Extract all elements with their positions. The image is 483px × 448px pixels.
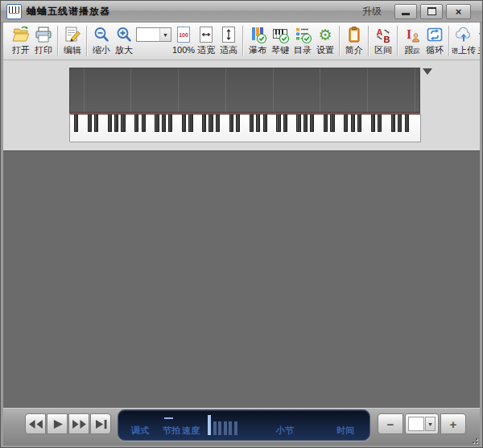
toolbar-button-print[interactable]: 打印 — [32, 24, 55, 55]
toolbar-separator — [57, 26, 59, 56]
black-key[interactable] — [155, 114, 159, 132]
toolbar-button-waterfall[interactable]: 瀑布 — [246, 24, 269, 55]
toolbar-button-settings[interactable]: ⚙ 设置 — [314, 24, 336, 55]
black-key[interactable] — [182, 114, 186, 132]
black-key[interactable] — [344, 114, 348, 132]
decrease-button[interactable]: − — [378, 413, 403, 434]
edit-pencil-icon — [63, 24, 82, 45]
toolbar-button-ab-range[interactable]: AB 区间 — [372, 24, 394, 55]
black-key[interactable] — [108, 114, 112, 132]
black-key[interactable] — [202, 114, 206, 132]
toolbar-button-zoom-in[interactable]: 放大 — [113, 24, 135, 55]
upgrade-link[interactable]: 升级 — [362, 5, 382, 18]
open-folder-icon — [11, 24, 31, 45]
black-key[interactable] — [296, 114, 300, 132]
gear-icon: ⚙ — [318, 24, 332, 45]
svg-text:100: 100 — [179, 32, 188, 38]
black-key[interactable] — [405, 114, 409, 132]
toolbar-button-intro[interactable]: 简介 — [343, 24, 365, 55]
black-key[interactable] — [74, 114, 78, 132]
value-field — [408, 417, 424, 431]
chevron-down-icon: ▼ — [159, 28, 171, 41]
cursor-follow-icon: I — [402, 24, 422, 45]
black-key[interactable] — [398, 114, 402, 132]
skip-to-end-icon — [93, 419, 109, 430]
skip-to-end-button[interactable] — [90, 413, 111, 434]
black-key[interactable] — [94, 114, 98, 132]
black-key[interactable] — [114, 114, 118, 132]
measure-label: 小节 — [276, 425, 294, 437]
black-key[interactable] — [121, 114, 125, 132]
toolbar-button-open[interactable]: 打开 — [10, 24, 32, 55]
black-key[interactable] — [371, 114, 375, 132]
black-key[interactable] — [162, 114, 166, 132]
toolbar-button-fit-width[interactable]: 适宽 — [195, 24, 217, 55]
toolbar-button-edit[interactable]: 编辑 — [61, 24, 84, 55]
title-bar[interactable]: 蛐蛐五线谱播放器 升级 × — [1, 1, 482, 23]
keyboard-options-arrow-icon[interactable] — [423, 68, 432, 75]
close-icon: × — [456, 6, 462, 17]
black-key[interactable] — [351, 114, 355, 132]
fit-height-icon — [219, 24, 238, 45]
black-key[interactable] — [276, 114, 280, 132]
meter-bars — [208, 415, 237, 435]
toolbar: 打开 打印 编辑 缩小 放大 — [3, 23, 480, 60]
black-key[interactable] — [188, 114, 192, 132]
keyboard-zone — [3, 60, 480, 150]
black-key[interactable] — [391, 114, 395, 132]
meter-bar — [224, 421, 227, 435]
rewind-button[interactable] — [25, 413, 46, 434]
black-key[interactable] — [142, 114, 146, 132]
value-select[interactable]: ▼ — [405, 413, 439, 434]
zoom-level-select[interactable]: ▼ — [136, 27, 171, 42]
white-key[interactable] — [414, 114, 421, 142]
toolbar-button-catalog[interactable]: 目录 — [291, 24, 314, 55]
piano-keyboard[interactable] — [69, 68, 420, 142]
fit-width-icon — [196, 24, 216, 45]
toolbar-button-loop[interactable]: 循环 — [423, 24, 446, 55]
black-key[interactable] — [303, 114, 308, 132]
toolbar-separator — [397, 26, 398, 56]
black-key[interactable] — [378, 114, 382, 132]
toolbar-button-follow[interactable]: I 跟踪 — [401, 24, 423, 56]
toolbar-button-upload[interactable]: 谱上传 — [452, 24, 475, 56]
minimize-button[interactable] — [394, 4, 417, 19]
toolbar-button-piano-keys[interactable]: 琴键 — [269, 24, 291, 55]
black-key[interactable] — [263, 114, 267, 132]
play-button[interactable] — [47, 413, 68, 434]
black-key[interactable] — [250, 114, 254, 132]
toolbar-button-home[interactable]: ♪ 主页 — [475, 24, 480, 55]
toolbar-separator — [339, 26, 341, 56]
window-title: 蛐蛐五线谱播放器 — [27, 5, 110, 18]
black-key[interactable] — [310, 114, 314, 132]
meter-bar — [208, 415, 211, 435]
home-icon: ♪ — [477, 24, 480, 45]
black-key[interactable] — [168, 114, 172, 132]
mode-label: 调式 — [131, 425, 149, 437]
toolbar-button-fit-height[interactable]: 适高 — [217, 24, 240, 55]
maximize-button[interactable] — [420, 4, 443, 19]
black-key[interactable] — [216, 114, 220, 132]
toolbar-separator — [86, 26, 88, 56]
black-key[interactable] — [236, 114, 240, 132]
black-key[interactable] — [256, 114, 260, 132]
toolbar-button-100pct[interactable]: 100 100% — [172, 24, 195, 55]
fast-forward-button[interactable] — [68, 413, 89, 434]
zoom-100-icon: 100 — [174, 24, 193, 45]
black-key[interactable] — [324, 114, 328, 132]
close-button[interactable]: × — [446, 4, 471, 19]
increase-button[interactable]: + — [440, 413, 466, 434]
score-area[interactable] — [3, 150, 480, 408]
fast-forward-icon — [72, 419, 87, 430]
black-key[interactable] — [330, 114, 334, 132]
piano-keyboard-keys — [69, 114, 420, 142]
black-key[interactable] — [134, 114, 138, 132]
black-key[interactable] — [283, 114, 287, 132]
black-key[interactable] — [88, 114, 92, 132]
black-key[interactable] — [208, 114, 213, 132]
toolbar-button-zoom-out[interactable]: 缩小 — [90, 24, 113, 55]
play-icon — [50, 419, 65, 430]
black-key[interactable] — [229, 114, 233, 132]
resize-grip[interactable] — [469, 435, 479, 445]
black-key[interactable] — [357, 114, 361, 132]
